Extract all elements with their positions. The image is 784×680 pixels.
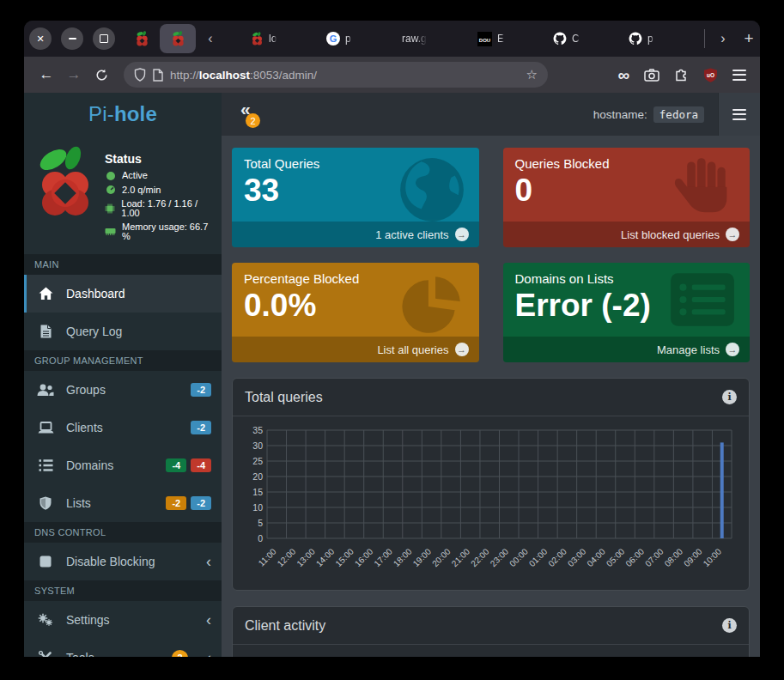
tab-active-pihole[interactable] <box>160 24 196 53</box>
sidebar-item-dashboard[interactable]: Dashboard <box>24 275 222 313</box>
update-count-badge: 2 <box>246 113 260 128</box>
hostname-value: fedora <box>653 106 704 123</box>
forward-icon[interactable]: → <box>62 63 86 87</box>
card-footer-link[interactable]: List all queries → <box>232 337 479 362</box>
pihole-favicon <box>135 31 149 46</box>
sidebar-item-lists[interactable]: Lists -2 -2 <box>24 484 222 522</box>
dou-favicon: DOU <box>477 32 492 46</box>
sidebar-item-domains[interactable]: Domains -4 -4 <box>24 446 222 484</box>
gauge-icon <box>105 185 116 195</box>
ublock-origin-icon[interactable]: uO <box>703 68 718 82</box>
tools-update-badge: 2 <box>172 650 188 658</box>
svg-text:15: 15 <box>252 487 263 497</box>
account-containers-icon[interactable]: ∞ <box>617 67 629 83</box>
sidebar-item-label: Clients <box>66 421 103 434</box>
client-activity-panel: Client activity i <box>232 606 750 657</box>
sidebar-item-query-log[interactable]: Query Log <box>24 313 222 350</box>
home-icon <box>36 287 55 301</box>
sidebar-item-tools[interactable]: Tools 2 ‹ <box>24 639 222 657</box>
arrow-circle-right-icon: → <box>726 343 739 356</box>
svg-text:14:00: 14:00 <box>314 546 337 568</box>
back-icon[interactable]: ← <box>34 63 58 87</box>
svg-text:5: 5 <box>258 518 263 528</box>
sidebar-item-label: Dashboard <box>66 287 125 301</box>
tab-dou[interactable]: DOU E <box>472 21 548 57</box>
github-favicon <box>629 32 642 46</box>
tracking-shield-icon[interactable] <box>134 68 146 82</box>
tab-pinned-pihole[interactable] <box>127 21 156 57</box>
status-load-label: Load: 1.76 / 1.16 / 1.00 <box>121 199 213 218</box>
menu-section-system: SYSTEM <box>24 580 222 601</box>
stat-cards: Total Queries 33 1 active clients → Quer… <box>232 148 750 362</box>
svg-text:20:00: 20:00 <box>430 546 453 568</box>
tab-label: p <box>647 33 653 45</box>
gears-icon <box>36 613 55 627</box>
github-favicon <box>553 32 567 46</box>
arrow-circle-right-icon: → <box>455 343 469 356</box>
tab-strip: ‹ lo G p raw.g DOU E <box>127 21 760 57</box>
extensions-puzzle-icon[interactable] <box>674 68 689 82</box>
tab-raw[interactable]: raw.g <box>397 21 472 57</box>
tab-google[interactable]: G p <box>321 21 397 57</box>
pihole-favicon <box>251 32 264 46</box>
tab-scroll-right-icon[interactable]: › <box>710 31 736 46</box>
list-icon <box>36 459 55 471</box>
tab-label: lo <box>269 33 277 45</box>
hand-stop-icon <box>665 155 738 227</box>
info-icon[interactable]: i <box>722 618 737 633</box>
svg-text:00:00: 00:00 <box>507 546 530 568</box>
page-info-icon[interactable] <box>153 69 163 82</box>
tab-github-1[interactable]: C <box>548 21 623 57</box>
sidebar-item-clients[interactable]: Clients -2 <box>24 409 222 446</box>
tab-github-2[interactable]: p <box>623 21 699 57</box>
status-rate-label: 2.0 q/min <box>122 185 161 195</box>
menu-section-main: MAIN <box>24 254 222 275</box>
sidebar-collapse-toggle[interactable]: « 2 <box>240 100 266 129</box>
sidebar-item-groups[interactable]: Groups -2 <box>24 371 222 409</box>
svg-text:13:00: 13:00 <box>295 546 317 568</box>
pihole-favicon <box>171 31 185 46</box>
tab-pihole-secondary[interactable]: lo <box>246 21 321 57</box>
new-tab-button[interactable]: + <box>736 29 760 48</box>
browser-menu-icon[interactable] <box>732 70 746 81</box>
tab-label: C <box>572 33 580 45</box>
browser-window: ✕ ‹ lo <box>24 21 760 657</box>
main-content: Total Queries 33 1 active clients → Quer… <box>222 136 760 657</box>
sidebar-item-disable-blocking[interactable]: Disable Blocking ‹ <box>24 543 222 580</box>
info-icon[interactable]: i <box>722 390 737 404</box>
url-text[interactable]: http://localhost:8053/admin/ <box>170 69 317 82</box>
status-box: Status Active 2.0 q/min Load: 1.76 / 1.1… <box>24 136 222 254</box>
url-bar[interactable]: http://localhost:8053/admin/ ☆ <box>124 62 548 88</box>
sidebar-item-settings[interactable]: Settings ‹ <box>24 601 222 639</box>
svg-text:15:00: 15:00 <box>333 546 356 568</box>
domains-denied-badge: -4 <box>191 458 211 472</box>
window-minimize-button[interactable] <box>61 27 83 50</box>
google-favicon: G <box>326 32 340 46</box>
hostname-display: hostname: fedora <box>593 106 718 123</box>
reload-icon[interactable] <box>89 63 113 87</box>
brand-area[interactable]: Pi-hole <box>24 93 222 136</box>
tab-scroll-left-icon[interactable]: ‹ <box>199 31 222 46</box>
menu-section-dns-control: DNS CONTROL <box>24 522 222 543</box>
pihole-raspberry-logo <box>34 146 96 246</box>
svg-text:20: 20 <box>252 471 263 482</box>
tools-icon <box>36 651 55 657</box>
window-close-button[interactable]: ✕ <box>29 27 52 50</box>
sidebar-item-label: Settings <box>66 613 110 627</box>
users-icon <box>36 384 55 397</box>
card-footer-link[interactable]: List blocked queries → <box>503 222 751 247</box>
svg-text:DOU: DOU <box>479 37 490 42</box>
navbar-menu-button[interactable] <box>718 93 760 136</box>
svg-text:uO: uO <box>707 71 714 77</box>
chevron-left-icon: ‹ <box>206 650 211 657</box>
bookmark-star-icon[interactable]: ☆ <box>526 67 538 82</box>
window-maximize-button[interactable] <box>93 27 115 50</box>
card-footer-link[interactable]: Manage lists → <box>503 337 751 362</box>
window-controls: ✕ <box>24 27 127 50</box>
pihole-logo-text: Pi-hole <box>88 102 157 126</box>
arrow-circle-right-icon: → <box>726 228 739 241</box>
screenshot-camera-icon[interactable] <box>644 69 659 82</box>
groups-badge: -2 <box>191 383 211 397</box>
card-footer-link[interactable]: 1 active clients → <box>232 222 479 247</box>
svg-text:12:00: 12:00 <box>276 546 298 568</box>
